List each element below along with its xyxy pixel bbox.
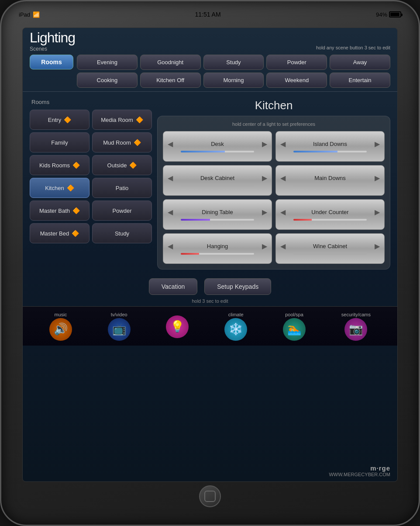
room-btn-mud-room[interactable]: Mud Room 🔶 [92, 132, 152, 152]
setup-keypads-button[interactable]: Setup Keypads [204, 278, 271, 295]
lights-container: hold center of a light to set preference… [157, 116, 390, 270]
right-arrow[interactable]: ▶ [373, 174, 382, 182]
scene-btn-goodnight[interactable]: Goodnight [140, 55, 201, 70]
light-btn-desk-cabinet[interactable]: ◀ Desk Cabinet ▶ [163, 165, 272, 196]
room-btn-patio[interactable]: Patio [92, 178, 152, 198]
nav-item-climate[interactable]: climate ❄️ [224, 312, 247, 341]
scene-btn-entertain[interactable]: Entertain [330, 73, 390, 88]
scenes-grid: Evening Goodnight Study Powder Away Cook… [77, 55, 390, 88]
light-btn-hanging[interactable]: ◀ Hanging ▶ [163, 233, 272, 264]
vacation-button[interactable]: Vacation [149, 278, 197, 295]
room-btn-study[interactable]: Study [92, 223, 152, 243]
lights-grid: ◀ Desk ▶ ◀ Island Downs ▶ [163, 131, 385, 264]
light-slider[interactable] [293, 151, 367, 152]
rooms-section-label: Rooms [30, 99, 152, 105]
room-btn-media-room[interactable]: Media Room 🔶 [92, 110, 152, 130]
light-name: Under Counter [287, 209, 373, 215]
ipad-top-bar: iPad 📶 11:51 AM 94% [1, 1, 419, 28]
scene-btn-kitchen-off[interactable]: Kitchen Off [140, 73, 201, 88]
light-slider[interactable] [181, 219, 254, 221]
right-arrow[interactable]: ▶ [260, 174, 269, 182]
room-btn-powder[interactable]: Powder [92, 201, 152, 221]
tv-icon: 📺 [108, 318, 131, 341]
right-arrow[interactable]: ▶ [260, 242, 269, 250]
room-label: Patio [116, 185, 129, 191]
security-icon: 📷 [344, 318, 367, 341]
rooms-panel: Rooms Entry 🔶 Media Room 🔶 Family Mud Ro [30, 99, 152, 270]
nav-item-tv[interactable]: tv/video 📺 [108, 312, 131, 341]
light-slider[interactable] [293, 219, 367, 221]
light-btn-inner: ◀ Island Downs ▶ [278, 140, 382, 148]
app-title: Lighting [30, 30, 75, 46]
scene-btn-away[interactable]: Away [330, 55, 390, 70]
room-btn-kids-rooms[interactable]: Kids Rooms 🔶 [30, 155, 90, 175]
merge-url: WWW.MERGECYBER.COM [329, 472, 390, 477]
merge-logo: m·rge WWW.MERGECYBER.COM [329, 464, 390, 477]
scene-btn-study[interactable]: Study [203, 55, 264, 70]
scene-btn-powder[interactable]: Powder [266, 55, 327, 70]
room-btn-outside[interactable]: Outside 🔶 [92, 155, 152, 175]
left-arrow[interactable]: ◀ [279, 174, 287, 182]
room-btn-master-bed[interactable]: Master Bed 🔶 [30, 223, 90, 243]
main-content: Rooms Entry 🔶 Media Room 🔶 Family Mud Ro [23, 95, 397, 273]
light-name: Desk [175, 141, 260, 147]
scene-btn-cooking[interactable]: Cooking [77, 73, 138, 88]
left-arrow[interactable]: ◀ [279, 208, 287, 216]
rooms-tab[interactable]: Rooms [30, 55, 73, 69]
room-btn-master-bath[interactable]: Master Bath 🔶 [30, 201, 90, 221]
light-slider[interactable] [293, 253, 367, 255]
divider [23, 91, 397, 92]
light-btn-under-counter[interactable]: ◀ Under Counter ▶ [275, 199, 385, 230]
light-slider[interactable] [293, 185, 367, 187]
nav-item-security[interactable]: security/cams 📷 [341, 312, 371, 341]
room-btn-entry[interactable]: Entry 🔶 [30, 110, 90, 130]
scene-btn-morning[interactable]: Morning [203, 73, 264, 88]
scene-btn-evening[interactable]: Evening [77, 55, 138, 70]
light-btn-wine-cabinet[interactable]: ◀ Wine Cabinet ▶ [275, 233, 385, 264]
left-arrow[interactable]: ◀ [279, 242, 287, 250]
room-label: Entry [48, 117, 61, 123]
home-button[interactable] [199, 485, 221, 507]
left-arrow[interactable]: ◀ [166, 242, 175, 250]
hold-hint: hold 3 sec to edit [23, 298, 397, 306]
bulb-icon: 🔶 [72, 162, 80, 169]
right-arrow[interactable]: ▶ [260, 208, 269, 216]
room-label: Kitchen [45, 185, 64, 191]
light-btn-inner: ◀ Desk ▶ [165, 140, 270, 148]
lighting-icon: 💡 [166, 315, 189, 338]
battery-icon [389, 11, 401, 17]
room-label: Master Bath [39, 208, 70, 214]
scene-btn-weekend[interactable]: Weekend [266, 73, 327, 88]
left-arrow[interactable]: ◀ [166, 174, 175, 182]
nav-label-security: security/cams [341, 312, 371, 317]
nav-label-music: music [55, 312, 67, 317]
light-btn-main-downs[interactable]: ◀ Main Downs ▶ [275, 165, 385, 196]
light-slider[interactable] [181, 185, 254, 187]
nav-item-music[interactable]: music 🔊 [49, 312, 72, 341]
left-arrow[interactable]: ◀ [279, 140, 287, 148]
room-btn-kitchen[interactable]: Kitchen 🔶 [30, 178, 90, 198]
nav-item-lighting[interactable]: 💡 [166, 315, 189, 338]
right-arrow[interactable]: ▶ [373, 208, 382, 216]
battery-area: 94% [376, 11, 401, 18]
nav-label-climate: climate [228, 312, 244, 317]
light-btn-island-downs[interactable]: ◀ Island Downs ▶ [275, 131, 385, 162]
battery-fill [390, 13, 399, 16]
room-btn-family[interactable]: Family [30, 132, 90, 152]
light-slider[interactable] [181, 253, 254, 255]
light-btn-desk[interactable]: ◀ Desk ▶ [163, 131, 272, 162]
light-slider[interactable] [181, 151, 254, 152]
right-arrow[interactable]: ▶ [373, 242, 382, 250]
nav-item-pool[interactable]: pool/spa 🏊 [283, 312, 306, 341]
room-label: Kids Rooms [39, 162, 70, 169]
room-label: Family [51, 139, 68, 146]
left-arrow[interactable]: ◀ [166, 140, 175, 148]
light-btn-dining-table[interactable]: ◀ Dining Table ▶ [163, 199, 272, 230]
right-arrow[interactable]: ▶ [260, 140, 269, 148]
light-name: Desk Cabinet [175, 175, 260, 181]
bulb-icon: 🔶 [134, 139, 141, 146]
right-arrow[interactable]: ▶ [373, 140, 382, 148]
wifi-icon: 📶 [33, 11, 40, 18]
left-arrow[interactable]: ◀ [166, 208, 175, 216]
light-btn-inner: ◀ Desk Cabinet ▶ [165, 174, 270, 182]
